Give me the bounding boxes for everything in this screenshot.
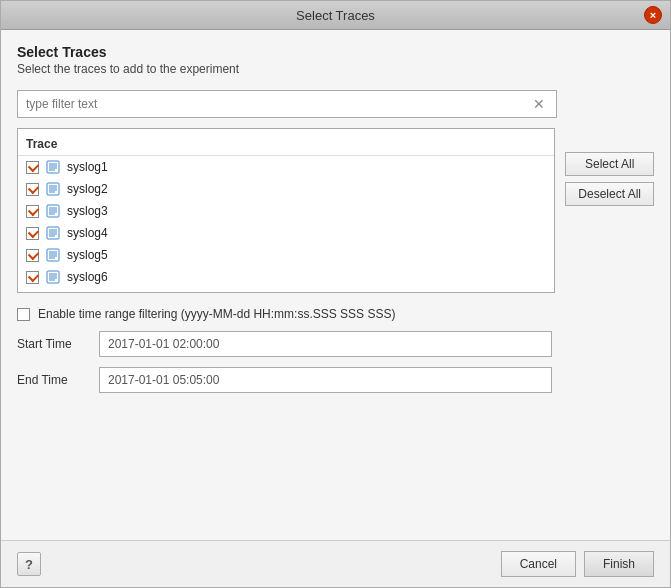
- start-time-row: Start Time: [17, 331, 654, 357]
- side-buttons: Select All Deselect All: [565, 128, 654, 206]
- trace-file-icon-5: [45, 247, 61, 263]
- trace-name-4: syslog4: [67, 226, 108, 240]
- trace-checkbox-1[interactable]: [26, 161, 39, 174]
- title-bar: Select Traces ×: [1, 1, 670, 30]
- cancel-button[interactable]: Cancel: [501, 551, 576, 577]
- dialog-subtitle: Select the traces to add to the experime…: [17, 62, 654, 76]
- svg-rect-25: [47, 271, 59, 283]
- footer-right: Cancel Finish: [501, 551, 654, 577]
- trace-item[interactable]: syslog1: [18, 156, 554, 178]
- filter-row: ✕: [17, 90, 654, 118]
- deselect-all-button[interactable]: Deselect All: [565, 182, 654, 206]
- trace-file-icon-6: [45, 269, 61, 285]
- end-time-row: End Time: [17, 367, 654, 393]
- trace-items-container: syslog1 syslog2 syslog3 syslog4 syslog5: [18, 156, 554, 288]
- filter-clear-button[interactable]: ✕: [529, 94, 549, 114]
- select-traces-dialog: Select Traces × Select Traces Select the…: [0, 0, 671, 588]
- help-button[interactable]: ?: [17, 552, 41, 576]
- trace-item[interactable]: syslog2: [18, 178, 554, 200]
- trace-checkbox-2[interactable]: [26, 183, 39, 196]
- dialog-heading: Select Traces: [17, 44, 654, 60]
- trace-name-2: syslog2: [67, 182, 108, 196]
- svg-rect-5: [47, 183, 59, 195]
- trace-name-3: syslog3: [67, 204, 108, 218]
- trace-list-header: Trace: [18, 133, 554, 156]
- trace-item[interactable]: syslog5: [18, 244, 554, 266]
- trace-name-6: syslog6: [67, 270, 108, 284]
- trace-item[interactable]: syslog4: [18, 222, 554, 244]
- start-time-label: Start Time: [17, 337, 89, 351]
- time-filter-row: Enable time range filtering (yyyy-MM-dd …: [17, 307, 654, 321]
- time-filter-checkbox[interactable]: [17, 308, 30, 321]
- trace-checkbox-4[interactable]: [26, 227, 39, 240]
- trace-file-icon-2: [45, 181, 61, 197]
- trace-checkbox-3[interactable]: [26, 205, 39, 218]
- end-time-label: End Time: [17, 373, 89, 387]
- trace-list-container: Trace syslog1 syslog2 syslog3: [17, 128, 555, 293]
- trace-file-icon-3: [45, 203, 61, 219]
- trace-name-1: syslog1: [67, 160, 108, 174]
- svg-rect-20: [47, 249, 59, 261]
- trace-file-icon-1: [45, 159, 61, 175]
- trace-checkbox-6[interactable]: [26, 271, 39, 284]
- dialog-body: Select Traces Select the traces to add t…: [1, 30, 670, 540]
- svg-rect-0: [47, 161, 59, 173]
- filter-input[interactable]: [17, 90, 557, 118]
- trace-name-5: syslog5: [67, 248, 108, 262]
- select-all-button[interactable]: Select All: [565, 152, 654, 176]
- finish-button[interactable]: Finish: [584, 551, 654, 577]
- trace-item[interactable]: syslog3: [18, 200, 554, 222]
- end-time-input[interactable]: [99, 367, 552, 393]
- trace-file-icon-4: [45, 225, 61, 241]
- dialog-footer: ? Cancel Finish: [1, 540, 670, 587]
- svg-rect-15: [47, 227, 59, 239]
- trace-item[interactable]: syslog6: [18, 266, 554, 288]
- dialog-title-bar-text: Select Traces: [27, 8, 644, 23]
- close-button[interactable]: ×: [644, 6, 662, 24]
- svg-rect-10: [47, 205, 59, 217]
- trace-checkbox-5[interactable]: [26, 249, 39, 262]
- list-section: Trace syslog1 syslog2 syslog3: [17, 128, 654, 293]
- start-time-input[interactable]: [99, 331, 552, 357]
- time-filter-label: Enable time range filtering (yyyy-MM-dd …: [38, 307, 395, 321]
